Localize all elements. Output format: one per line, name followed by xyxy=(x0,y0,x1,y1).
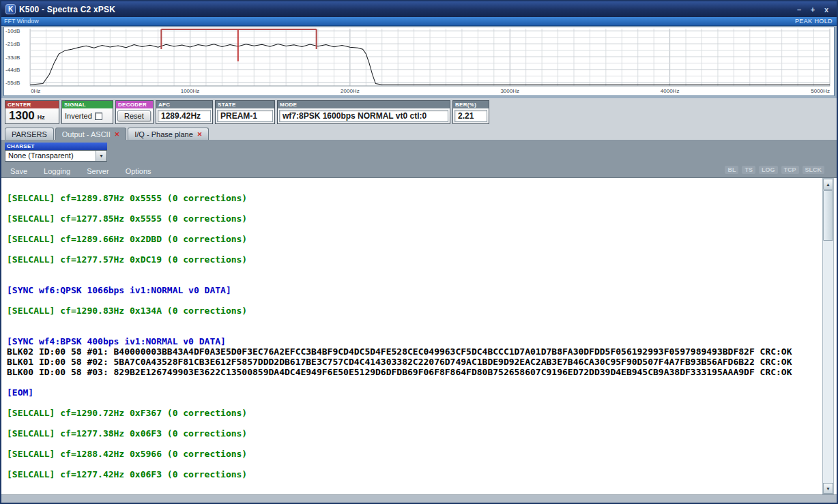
afc-value: 1289.42Hz xyxy=(158,110,211,122)
menu-logging[interactable]: Logging xyxy=(44,167,70,175)
output-line: BLK02 ID:00 58 #01: B40000003BB43A4DF0A3… xyxy=(7,346,820,357)
scrollbar[interactable]: ▲ ▼ xyxy=(822,178,834,494)
title-bar: K K500 - Spectra C2 xPSK – + x xyxy=(1,1,837,17)
output-line xyxy=(7,418,820,428)
control-row: CENTER 1300 Hz SIGNAL Inverted DECODER R… xyxy=(1,98,837,126)
tab-output-ascii[interactable]: Output - ASCII ✕ xyxy=(55,128,126,140)
output-line: [SELCALL] cf=1289.87Hz 0x5555 (0 correct… xyxy=(7,193,820,203)
svg-text:-10dB: -10dB xyxy=(5,28,20,34)
ber-control: BER(%) 2.21 xyxy=(452,100,489,124)
svg-text:-55dB: -55dB xyxy=(5,80,20,86)
tab-label: I/Q - Phase plane xyxy=(134,130,193,138)
fft-window-title: FFT Window xyxy=(4,18,39,25)
output-line: [SELCALL] cf=1277.57Hz 0xDC19 (0 correct… xyxy=(7,254,820,265)
minimize-button[interactable]: – xyxy=(795,5,803,14)
svg-text:2000Hz: 2000Hz xyxy=(341,88,360,94)
tab-label: PARSERS xyxy=(12,130,47,138)
peak-hold-toggle[interactable]: PEAK HOLD xyxy=(795,18,833,25)
output-line xyxy=(7,203,820,213)
tab-parsers[interactable]: PARSERS xyxy=(5,128,54,140)
menu-save[interactable]: Save xyxy=(10,167,27,175)
reset-button[interactable]: Reset xyxy=(117,110,151,121)
inverted-label: Inverted xyxy=(65,112,92,120)
fft-spectrum-display[interactable]: -10dB-21dB-33dB-44dB-55dB0Hz1000Hz2000Hz… xyxy=(3,27,835,96)
mode-label: MODE xyxy=(278,101,450,108)
signal-label: SIGNAL xyxy=(62,101,113,108)
tab-label: Output - ASCII xyxy=(62,130,111,138)
status-flags: BL TS LOG TCP SLCK xyxy=(725,166,824,174)
output-line: [SYNC wf6:QPSK 1066bps iv1:NORMAL v0 DAT… xyxy=(7,285,820,295)
menu-options[interactable]: Options xyxy=(126,167,151,175)
maximize-button[interactable]: + xyxy=(809,5,817,14)
tab-close-icon[interactable]: ✕ xyxy=(115,131,120,138)
output-toolbar-panel: CHARSET None (Transparent) ▼ Save Loggin… xyxy=(1,140,837,177)
charset-control: CHARSET None (Transparent) ▼ xyxy=(5,143,107,162)
output-text: [SELCALL] cf=1289.87Hz 0x5555 (0 correct… xyxy=(1,178,837,479)
svg-text:-44dB: -44dB xyxy=(5,67,20,73)
center-frequency-control: CENTER 1300 Hz xyxy=(5,100,59,124)
tab-close-icon[interactable]: ✕ xyxy=(197,131,203,138)
state-label: STATE xyxy=(216,101,274,108)
decoder-control: DECODER Reset xyxy=(115,100,154,124)
flag-ts[interactable]: TS xyxy=(742,166,755,174)
output-line: [SELCALL] cf=1277.85Hz 0x5555 (0 correct… xyxy=(7,213,820,224)
output-line xyxy=(7,244,820,254)
tab-iq-phase-plane[interactable]: I/Q - Phase plane ✕ xyxy=(128,128,209,140)
svg-text:-21dB: -21dB xyxy=(5,41,20,47)
signal-control: SIGNAL Inverted xyxy=(61,100,113,124)
svg-text:4000Hz: 4000Hz xyxy=(661,88,680,94)
state-control: STATE PREAM-1 xyxy=(215,100,275,124)
output-line: BLK00 ID:00 58 #03: 829B2E126749903E3622… xyxy=(7,367,820,377)
scrollbar-thumb[interactable] xyxy=(823,190,833,241)
flag-tcp[interactable]: TCP xyxy=(781,166,799,174)
afc-label: AFC xyxy=(156,101,212,108)
ber-label: BER(%) xyxy=(453,101,489,108)
center-unit: Hz xyxy=(38,114,45,121)
ber-value: 2.21 xyxy=(454,110,487,122)
decoder-label: DECODER xyxy=(116,101,153,108)
chevron-down-icon[interactable]: ▼ xyxy=(96,151,106,161)
fft-panel-header: FFT Window PEAK HOLD xyxy=(1,17,837,26)
window-controls: – + x xyxy=(795,5,833,14)
inverted-checkbox[interactable] xyxy=(95,113,102,120)
output-line xyxy=(7,265,820,275)
close-button[interactable]: x xyxy=(822,5,830,14)
output-line xyxy=(7,398,820,408)
app-window: K K500 - Spectra C2 xPSK – + x FFT Windo… xyxy=(0,0,838,504)
center-label: CENTER xyxy=(5,101,59,108)
menu-bar: Save Logging Server Options xyxy=(10,167,151,175)
decoder-output: [SELCALL] cf=1289.87Hz 0x5555 (0 correct… xyxy=(1,177,837,494)
output-line: [SELCALL] cf=1277.38Hz 0x06F3 (0 correct… xyxy=(7,428,820,439)
svg-text:3000Hz: 3000Hz xyxy=(500,88,519,94)
svg-text:5000Hz: 5000Hz xyxy=(811,88,830,94)
output-line: [EOM] xyxy=(7,387,820,398)
center-value-box[interactable]: 1300 Hz xyxy=(5,108,59,123)
afc-control: AFC 1289.42Hz xyxy=(156,100,213,124)
scroll-down-button[interactable]: ▼ xyxy=(823,483,833,494)
tab-strip: PARSERS Output - ASCII ✕ I/Q - Phase pla… xyxy=(1,126,837,140)
status-bar xyxy=(1,494,837,503)
fft-panel: FFT Window PEAK HOLD -10dB-21dB-33dB-44d… xyxy=(1,17,837,98)
output-line xyxy=(7,439,820,449)
output-line xyxy=(7,326,820,336)
svg-text:1000Hz: 1000Hz xyxy=(181,88,200,94)
center-value[interactable]: 1300 xyxy=(9,109,35,123)
output-line: [SELCALL] cf=1290.72Hz 0xF367 (0 correct… xyxy=(7,408,820,418)
flag-bl[interactable]: BL xyxy=(725,166,738,174)
flag-log[interactable]: LOG xyxy=(759,166,778,174)
svg-text:-33dB: -33dB xyxy=(5,55,20,61)
output-line xyxy=(7,275,820,285)
output-line: [SELCALL] cf=1289.66Hz 0x2DBD (0 correct… xyxy=(7,234,820,244)
output-line xyxy=(7,316,820,326)
menu-server[interactable]: Server xyxy=(87,167,109,175)
scroll-up-button[interactable]: ▲ xyxy=(823,179,833,190)
output-line xyxy=(7,459,820,469)
output-line xyxy=(7,295,820,306)
flag-slck[interactable]: SLCK xyxy=(803,166,825,174)
charset-dropdown[interactable]: None (Transparent) ▼ xyxy=(5,150,107,162)
mode-control: MODE wf7:8PSK 1600bps NORMAL vt0 ctl:0 xyxy=(277,100,450,124)
output-line: [SELCALL] cf=1277.42Hz 0x06F3 (0 correct… xyxy=(7,469,820,479)
svg-text:0Hz: 0Hz xyxy=(31,88,40,94)
charset-label: CHARSET xyxy=(5,143,107,150)
mode-value: wf7:8PSK 1600bps NORMAL vt0 ctl:0 xyxy=(279,110,448,122)
